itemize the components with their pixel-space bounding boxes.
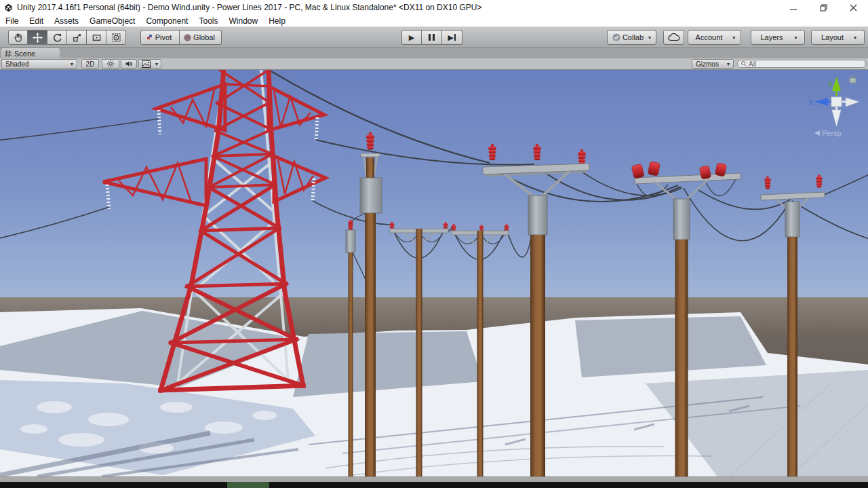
unity-logo-icon [4, 3, 13, 12]
menu-component[interactable]: Component [140, 16, 193, 26]
rect-tool-icon [92, 33, 102, 43]
sun-icon [106, 60, 115, 68]
hand-tool-button[interactable] [8, 30, 28, 45]
scale-icon [72, 33, 82, 43]
globe-icon [184, 34, 191, 41]
move-tool-button[interactable] [28, 30, 47, 45]
menu-window[interactable]: Window [223, 16, 263, 26]
menu-file[interactable]: File [0, 16, 24, 26]
collab-label: Collab [620, 33, 646, 41]
audio-toggle-button[interactable] [121, 59, 137, 69]
bottom-black-bar [0, 482, 868, 488]
account-label: Account [694, 33, 725, 41]
cloud-icon [668, 33, 680, 41]
rotate-icon [52, 33, 62, 43]
collab-button[interactable]: Collab ▾ [607, 30, 656, 45]
transform-tool-button[interactable] [106, 30, 126, 45]
menu-gameobject[interactable]: GameObject [84, 16, 140, 26]
layout-dropdown-icon: ▾ [854, 35, 856, 41]
title-bar: Unity 2017.4.16f1 Personal (64bit) - Dem… [0, 0, 868, 15]
layers-label: Layers [758, 33, 785, 41]
scene-tab-label: Scene [14, 50, 35, 58]
pivot-label: Pivot [153, 33, 174, 41]
move-icon [33, 33, 43, 43]
pause-button[interactable] [422, 30, 442, 45]
pause-icon [429, 34, 435, 41]
search-icon [741, 60, 747, 67]
layers-button[interactable]: Layers ▾ [751, 30, 805, 45]
close-button[interactable] [838, 0, 868, 15]
pivot-icon [146, 34, 153, 41]
menu-bar: File Edit Assets GameObject Component To… [0, 15, 868, 27]
menu-tools[interactable]: Tools [193, 16, 223, 26]
play-button[interactable]: ▶ [401, 30, 422, 45]
layers-dropdown-icon: ▾ [795, 35, 797, 41]
tab-strip: Scene [0, 48, 868, 58]
window-title: Unity 2017.4.16f1 Personal (64bit) - Dem… [17, 3, 481, 12]
lighting-toggle-button[interactable] [102, 59, 119, 69]
mode-2d-button[interactable]: 2D [81, 59, 99, 69]
shaded-label: Shaded [5, 60, 28, 68]
effects-dropdown-button[interactable]: ▾ [138, 59, 161, 69]
hand-icon [13, 33, 23, 43]
cloud-button[interactable] [663, 30, 684, 45]
menu-help[interactable]: Help [263, 16, 291, 26]
global-label: Global [191, 33, 217, 41]
projection-label: Persp [822, 129, 842, 137]
rect-tool-button[interactable] [87, 30, 106, 45]
search-value: All [749, 60, 756, 68]
gizmos-dropdown-icon: ▾ [727, 61, 730, 67]
scene-search-input[interactable]: All [737, 60, 866, 68]
axis-z-label: z [809, 98, 813, 106]
draw-mode-dropdown[interactable]: Shaded ▾ [1, 59, 77, 69]
scene-grid-icon [5, 50, 12, 57]
speaker-icon [125, 60, 133, 68]
step-icon: ▶ [448, 34, 456, 41]
collab-dropdown-icon: ▾ [648, 35, 651, 41]
gizmo-cube[interactable] [831, 97, 842, 107]
pivot-toggle-button[interactable]: Pivot [140, 30, 180, 45]
transform-icon [111, 33, 121, 43]
axis-y-label: y [829, 79, 833, 87]
collab-check-icon [612, 33, 620, 41]
account-dropdown-icon: ▾ [732, 35, 735, 41]
step-button[interactable]: ▶ [442, 30, 462, 45]
image-icon [142, 60, 151, 68]
gizmos-dropdown-button[interactable]: Gizmos ▾ [692, 59, 734, 69]
minimize-button[interactable] [778, 0, 808, 15]
restore-button[interactable] [808, 0, 838, 15]
main-toolbar: Pivot Global ▶ ▶ Collab ▾ Account ▾ Laye… [0, 27, 868, 48]
tab-scene[interactable]: Scene [1, 48, 60, 58]
layout-label: Layout [819, 33, 846, 41]
mode-2d-label: 2D [86, 60, 95, 68]
menu-assets[interactable]: Assets [49, 16, 84, 26]
window-bottom-strip [0, 476, 868, 482]
play-icon: ▶ [409, 34, 414, 41]
scene-control-bar: Shaded ▾ 2D ▾ Gizmos ▾ All [0, 58, 868, 70]
layout-button[interactable]: Layout ▾ [811, 30, 865, 45]
bottom-green-segment [227, 482, 269, 488]
account-button[interactable]: Account ▾ [688, 30, 741, 45]
rotate-tool-button[interactable] [47, 30, 67, 45]
global-toggle-button[interactable]: Global [180, 30, 222, 45]
menu-edit[interactable]: Edit [24, 16, 49, 26]
effects-dropdown-icon: ▾ [155, 61, 158, 67]
shaded-dropdown-icon: ▾ [71, 61, 73, 67]
scale-tool-button[interactable] [67, 30, 87, 45]
gizmos-label: Gizmos [696, 60, 719, 68]
scene-canvas[interactable]: y z Persp [0, 70, 868, 476]
